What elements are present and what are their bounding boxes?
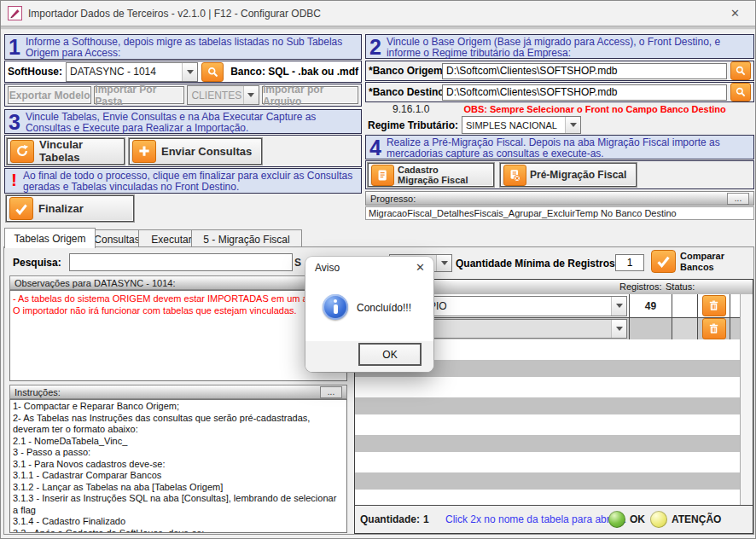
warning-box: ! Ao final de todo o processo, clique em… [4, 168, 362, 194]
chevron-down-icon [611, 297, 626, 316]
softhouse-value: DATASYNC - 1014 [67, 66, 182, 78]
search-input[interactable] [69, 253, 293, 271]
instruction-line: 3.2 - Após o Cadastro da SoftHouse, deve… [13, 528, 344, 534]
tabela-modelo-select[interactable]: CLIENTES [187, 85, 259, 105]
instrucoes-header: Instruções: ... [9, 385, 347, 399]
plus-icon [132, 140, 156, 163]
cadastro-label-line2: Migração Fiscal [398, 175, 468, 185]
section1-header: 1 Informe a Softhouse, depois migre as t… [4, 34, 362, 60]
titlebar-divider [1, 26, 755, 30]
banco-destino-label: *Banco Destino: [369, 86, 439, 98]
section3-header: 3 Vincule Tabelas, Envie Consultas e na … [4, 109, 362, 134]
instruction-line: 2- As Tabelas nas Instruções das consult… [13, 413, 344, 436]
status-atencao-label: ATENÇÃO [672, 513, 721, 525]
exportar-modelo-button[interactable]: Exportar Modelo [8, 86, 91, 104]
vincular-tabelas-label: Vincular Tabelas [39, 138, 124, 164]
comparar-bancos-check-button[interactable] [651, 250, 676, 273]
progress-more-button[interactable]: ... [727, 193, 749, 205]
aviso-dialog: Aviso ✕ Concluído!!! OK [305, 257, 433, 372]
regime-value: SIMPLES NACIONAL [462, 120, 565, 130]
comparar-line1: Comparar [680, 251, 724, 262]
tab-migracao-fiscal[interactable]: 5 - Migração Fiscal [191, 229, 302, 248]
observacoes-line2: O importador não irá funcionar com tabel… [13, 304, 344, 316]
instrucoes-box: 1- Compactar e Reparar Banco Origem; 2- … [9, 399, 347, 533]
status-ok-icon [608, 511, 625, 528]
min-records-input[interactable] [615, 254, 644, 271]
grid-footer: Quantidade: 1 Click 2x no nome da tabela… [355, 505, 753, 533]
cadastro-label-line1: Cadastro [398, 165, 468, 175]
obs-warning-text: OBS: Sempre Selecionar o Front no Campo … [463, 104, 725, 114]
banco-type-label: Banco: SQL - .bak ou .mdf [230, 66, 358, 78]
dialog-title: Aviso [315, 262, 340, 274]
enviar-consultas-button[interactable]: Enviar Consultas [129, 138, 262, 165]
chevron-down-icon [611, 320, 626, 338]
cadastro-migracao-fiscal-button[interactable]: Cadastro Migração Fiscal [368, 163, 494, 187]
chevron-down-icon [243, 86, 259, 104]
dialog-close-icon[interactable]: ✕ [416, 261, 425, 274]
close-window-icon[interactable]: ✕ [722, 5, 748, 21]
importar-por-pasta-button[interactable]: Importar Por Pasta [94, 86, 184, 104]
instrucoes-more-button[interactable]: ... [320, 386, 342, 398]
finalizar-button[interactable]: Finalizar [6, 195, 134, 222]
vertical-scrollbar[interactable] [740, 294, 753, 505]
banco-destino-input[interactable] [442, 84, 727, 101]
instrucoes-title: Instruções: [15, 387, 61, 397]
tab-tabelas-origem[interactable]: Tabelas Origem [4, 228, 96, 248]
pre-migracao-fiscal-button[interactable]: Pré-Migração Fiscal [500, 163, 637, 187]
row1-delete-button[interactable] [702, 295, 726, 316]
info-icon [323, 294, 348, 320]
dialog-footer: OK [305, 341, 433, 372]
scroll-cancel-icon [503, 165, 526, 186]
min-records-label: Quantidade Mínima de Registros: [456, 258, 619, 270]
vincular-tabelas-button[interactable]: Vincular Tabelas [7, 138, 125, 165]
window-title: Importador Dados de Terceiros - v2.1.0 |… [28, 8, 321, 20]
softhouse-select[interactable]: DATASYNC - 1014 [66, 62, 198, 82]
comparar-bancos-label: Comparar Bancos [680, 251, 724, 273]
row2-delete-button[interactable] [702, 318, 726, 339]
quantidade-label: Quantidade: [360, 513, 420, 525]
instruction-line: 3.1 - Para Novos cadastros deve-se: [13, 459, 344, 471]
finalizar-label: Finalizar [38, 202, 84, 215]
progress-label: Progresso: [370, 194, 416, 204]
observacoes-header: Observações para DATASYNC - 1014: [9, 275, 347, 290]
instruction-line: 3.1.4 - Cadastro Finalizado [13, 516, 344, 528]
softhouse-search-button[interactable] [201, 62, 224, 82]
dialog-ok-button[interactable]: OK [358, 343, 422, 366]
regime-select[interactable]: SIMPLES NACIONAL [462, 116, 581, 134]
section4-text: Realize a Pré-Migração Fiscal. Depois na… [387, 136, 750, 159]
softhouse-label: SoftHouse: [8, 66, 62, 78]
enviar-consultas-label: Enviar Consultas [161, 145, 252, 158]
instruction-line: 1- Compactar e Reparar Banco Origem; [13, 401, 344, 413]
progress-text: MigracaoFiscal_DetalhesFiscais_Agrupar_E… [369, 208, 677, 218]
banco-origem-input[interactable] [442, 63, 727, 79]
section2-text: Vincule o Base Origem (Base já migrado p… [387, 36, 750, 59]
section3-number: 3 [9, 111, 20, 133]
tabela-modelo-value: CLIENTES [188, 90, 243, 101]
banco-origem-browse-button[interactable] [730, 61, 751, 80]
search-label: Pesquisa: [13, 257, 61, 269]
col-status: Status: [666, 281, 695, 292]
importar-por-arquivo-button[interactable]: Importar por Arquivo [262, 86, 358, 104]
banco-origem-row: *Banco Origem: [365, 61, 754, 81]
fiscal-buttons-row: Cadastro Migração Fiscal Pré-Migração Fi… [365, 160, 754, 189]
comparar-line2: Bancos [680, 262, 724, 273]
hidden-filter-label-fragment: S [294, 257, 301, 269]
regime-row: Regime Tributário: SIMPLES NACIONAL [368, 116, 754, 134]
pre-migracao-label: Pré-Migração Fiscal [530, 169, 626, 181]
action-buttons-row: Vincular Tabelas Enviar Consultas [4, 135, 362, 167]
check-icon [655, 253, 672, 270]
section1-number: 1 [9, 36, 20, 58]
trash-icon [707, 322, 720, 335]
banco-destino-row: *Banco Destino: [365, 82, 754, 102]
trash-icon [707, 299, 720, 312]
search-icon [735, 86, 747, 98]
instruction-line: 3.1.3 - Inserir as Instruções SQL na aba… [13, 493, 344, 516]
search-icon [735, 65, 747, 77]
app-window: Importador Dados de Terceiros - v2.1.0 |… [0, 0, 756, 539]
progress-header: Progresso: ... [365, 191, 754, 206]
row2-registros [630, 318, 672, 339]
row1-registros: 49 [630, 294, 672, 317]
banco-destino-browse-button[interactable] [730, 83, 751, 101]
front-version: 9.16.1.0 [393, 103, 429, 115]
instruction-line: 3.1.2 - Lançar as Tabelas na aba [Tabela… [13, 482, 344, 494]
